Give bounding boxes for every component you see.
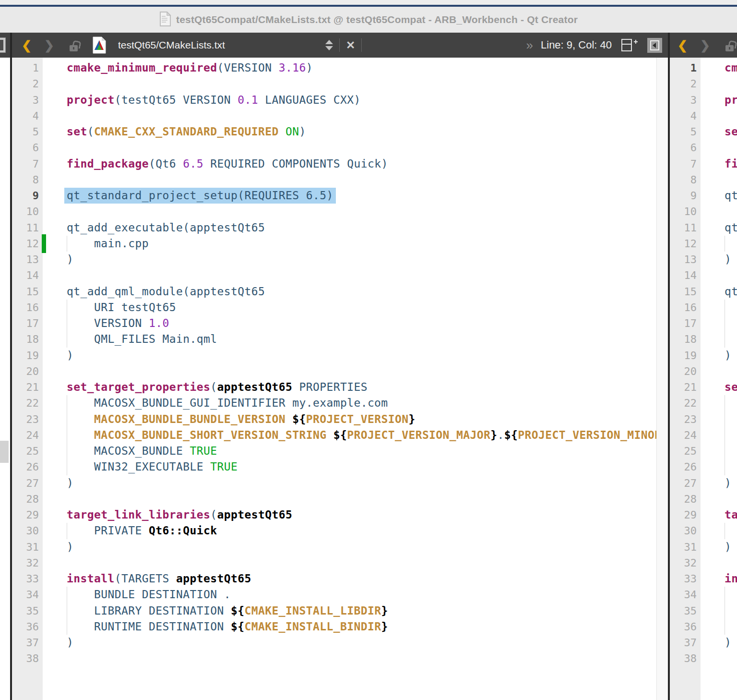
code-line[interactable]: RUNTIME DESTINATION ${CMAKE_INSTALL_BIND… — [701, 619, 737, 635]
code-line[interactable]: cmake_minimum_required(VERSION 3.16) — [43, 60, 668, 76]
code-line[interactable] — [43, 363, 668, 379]
line-number: 11 — [12, 220, 43, 236]
code-line[interactable]: qt_add_qml_module(apptestQt65 — [701, 284, 737, 300]
code-line[interactable] — [701, 363, 737, 379]
code-line[interactable]: main.cpp — [43, 236, 668, 252]
line-number: 19 — [670, 348, 701, 363]
close-right-sidebar-button[interactable] — [647, 38, 662, 53]
code-line[interactable]: ) — [43, 475, 668, 491]
code-editor-left[interactable]: 1234567891011121314151617181920212223242… — [12, 58, 668, 700]
code-editor-right[interactable]: 1234567891011121314151617181920212223242… — [670, 58, 737, 700]
line-number: 15 — [12, 284, 43, 300]
code-line[interactable]: RUNTIME DESTINATION ${CMAKE_INSTALL_BIND… — [43, 619, 668, 635]
code-line[interactable]: qt_add_qml_module(apptestQt65 — [43, 284, 668, 300]
code-line[interactable] — [701, 108, 737, 124]
code-line[interactable] — [43, 108, 668, 124]
code-line[interactable] — [701, 140, 737, 156]
code-line[interactable]: qt_add_executable(apptestQt65 — [701, 220, 737, 236]
code-line[interactable]: project(testQt65 VERSION 0.1 LANGUAGES C… — [43, 92, 668, 108]
split-editor-button[interactable] — [621, 39, 639, 51]
code-line[interactable]: BUNDLE DESTINATION . — [701, 587, 737, 603]
code-line[interactable]: ) — [701, 539, 737, 555]
vertical-scrollbar[interactable] — [656, 58, 668, 700]
code-line[interactable]: QML_FILES Main.qml — [701, 331, 737, 347]
code-line[interactable]: MACOSX_BUNDLE TRUE — [43, 443, 668, 459]
code-line[interactable]: set_target_properties(apptestQt65 PROPER… — [701, 379, 737, 395]
code-line[interactable]: URI testQt65 — [43, 300, 668, 315]
code-line[interactable] — [43, 140, 668, 156]
code-line[interactable]: URI testQt65 — [701, 300, 737, 315]
code-line[interactable]: target_link_libraries(apptestQt65 — [701, 507, 737, 523]
code-line[interactable]: PRIVATE Qt6::Quick — [43, 523, 668, 539]
code-line[interactable] — [701, 651, 737, 666]
line-number: 4 — [670, 108, 701, 124]
code-line[interactable]: VERSION 1.0 — [43, 315, 668, 331]
code-line[interactable]: cmake_minimum_required(VERSION 3.16) — [701, 60, 737, 76]
truncated-toggle-button[interactable] — [0, 37, 6, 53]
code-line[interactable]: MACOSX_BUNDLE_SHORT_VERSION_STRING ${PRO… — [701, 427, 737, 443]
code-line[interactable]: set_target_properties(apptestQt65 PROPER… — [43, 379, 668, 395]
code-line[interactable] — [701, 76, 737, 92]
document-dropdown-arrows[interactable] — [325, 40, 333, 50]
code-line[interactable]: ) — [43, 539, 668, 555]
code-line[interactable]: MACOSX_BUNDLE_BUNDLE_VERSION ${PROJECT_V… — [701, 411, 737, 427]
forward-button[interactable]: ❯ — [700, 38, 710, 52]
code-line[interactable]: set(CMAKE_CXX_STANDARD_REQUIRED ON) — [701, 124, 737, 140]
code-line[interactable]: find_package(Qt6 6.5 REQUIRED COMPONENTS… — [701, 156, 737, 172]
line-number: 6 — [670, 140, 701, 156]
code-line[interactable]: find_package(Qt6 6.5 REQUIRED COMPONENTS… — [43, 156, 668, 172]
code-line[interactable] — [43, 491, 668, 507]
code-line[interactable]: VERSION 1.0 — [701, 315, 737, 331]
close-document-button[interactable]: ✕ — [346, 39, 355, 52]
code-line[interactable] — [701, 555, 737, 571]
code-line[interactable]: ) — [43, 348, 668, 363]
code-line[interactable]: main.cpp — [701, 236, 737, 252]
code-line[interactable]: MACOSX_BUNDLE TRUE — [701, 443, 737, 459]
code-line[interactable]: ) — [701, 475, 737, 491]
code-line[interactable]: PRIVATE Qt6::Quick — [701, 523, 737, 539]
code-line[interactable]: WIN32_EXECUTABLE TRUE — [701, 459, 737, 475]
code-line[interactable]: MACOSX_BUNDLE_BUNDLE_VERSION ${PROJECT_V… — [43, 411, 668, 427]
code-line[interactable]: WIN32_EXECUTABLE TRUE — [43, 459, 668, 475]
code-line[interactable] — [701, 267, 737, 283]
code-line[interactable]: MACOSX_BUNDLE_GUI_IDENTIFIER my.example.… — [43, 395, 668, 411]
code-line[interactable] — [701, 491, 737, 507]
code-line[interactable]: qt_standard_project_setup(REQUIRES 6.5) — [43, 188, 668, 204]
line-number: 2 — [670, 76, 701, 92]
code-line[interactable]: project(testQt65 VERSION 0.1 LANGUAGES C… — [701, 92, 737, 108]
code-line[interactable]: set(CMAKE_CXX_STANDARD_REQUIRED ON) — [43, 124, 668, 140]
code-area[interactable]: cmake_minimum_required(VERSION 3.16)proj… — [43, 58, 668, 700]
code-line[interactable]: install(TARGETS apptestQt65 — [701, 571, 737, 587]
toolbar-overflow-icon[interactable]: » — [526, 38, 533, 53]
scrollbar-thumb[interactable] — [0, 441, 9, 463]
code-line[interactable] — [701, 172, 737, 188]
code-line[interactable]: LIBRARY DESTINATION ${CMAKE_INSTALL_LIBD… — [43, 603, 668, 619]
code-line[interactable]: install(TARGETS apptestQt65 — [43, 571, 668, 587]
line-number: 33 — [12, 571, 43, 587]
code-line[interactable] — [43, 76, 668, 92]
code-line[interactable]: ) — [701, 252, 737, 267]
code-line[interactable] — [43, 172, 668, 188]
back-button[interactable]: ❮ — [678, 38, 688, 52]
code-line[interactable]: LIBRARY DESTINATION ${CMAKE_INSTALL_LIBD… — [701, 603, 737, 619]
back-button[interactable]: ❮ — [22, 38, 32, 52]
code-line[interactable]: QML_FILES Main.qml — [43, 331, 668, 347]
code-line[interactable] — [43, 651, 668, 666]
code-area[interactable]: cmake_minimum_required(VERSION 3.16)proj… — [701, 58, 737, 700]
code-line[interactable] — [43, 267, 668, 283]
code-line[interactable]: BUNDLE DESTINATION . — [43, 587, 668, 603]
code-line[interactable]: target_link_libraries(apptestQt65 — [43, 507, 668, 523]
forward-button[interactable]: ❯ — [44, 38, 54, 52]
code-line[interactable] — [43, 555, 668, 571]
open-document-selector[interactable]: testQt65/CMakeLists.txt — [118, 39, 325, 51]
code-line[interactable]: MACOSX_BUNDLE_GUI_IDENTIFIER my.example.… — [701, 395, 737, 411]
code-line[interactable]: qt_add_executable(apptestQt65 — [43, 220, 668, 236]
code-line[interactable] — [43, 204, 668, 219]
code-line[interactable]: ) — [43, 252, 668, 267]
code-line[interactable]: ) — [43, 635, 668, 651]
code-line[interactable]: ) — [701, 635, 737, 651]
code-line[interactable] — [701, 204, 737, 219]
code-line[interactable]: ) — [701, 348, 737, 363]
code-line[interactable]: qt_standard_project_setup(REQUIRES 6.5) — [701, 188, 737, 204]
code-line[interactable]: MACOSX_BUNDLE_SHORT_VERSION_STRING ${PRO… — [43, 427, 668, 443]
